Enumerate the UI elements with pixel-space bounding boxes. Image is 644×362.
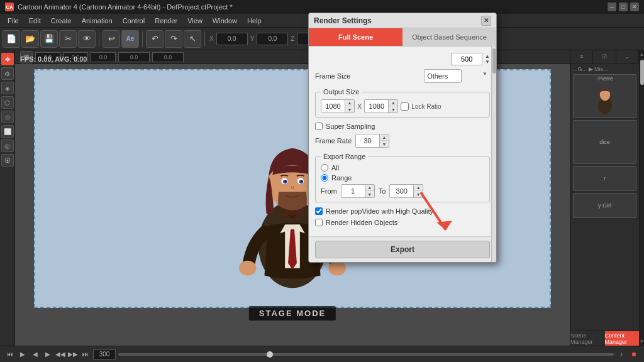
titlebar-close-btn[interactable]: ✕ [630,3,639,11]
menu-edit[interactable]: Edit [24,16,46,26]
right-tab-1[interactable]: ≡ [570,50,593,63]
frame-down-btn[interactable]: ▼ [485,59,490,65]
canvas-h-input[interactable] [152,52,184,62]
tab-object-based[interactable]: Object Based Sequence [402,28,496,46]
super-sampling-checkbox[interactable] [315,123,323,130]
frame-rate-spinbox-btns: ▲ ▼ [380,134,389,147]
scroll-down-btn[interactable]: ▼ [640,339,644,344]
height-down-btn[interactable]: ▼ [389,106,397,112]
timeline-slider[interactable] [118,353,614,356]
undo-import-btn[interactable]: ↩ [103,30,120,48]
sidebar-btn-bones[interactable]: ◈ [1,82,14,94]
timeline-prev-frame[interactable]: ◀ [30,349,40,359]
from-input[interactable] [341,185,365,197]
menu-create[interactable]: Create [46,16,77,26]
tab-full-scene[interactable]: Full Scene [309,28,402,46]
menu-animation[interactable]: Animation [77,16,118,26]
menu-help[interactable]: Help [242,16,267,26]
sidebar-btn-dot[interactable]: ⦿ [1,154,14,167]
cut-btn[interactable]: ✂ [59,30,77,48]
range-radio[interactable] [321,174,328,182]
to-input[interactable] [390,185,414,197]
maximize-btn[interactable]: □ [619,3,628,11]
timeline-play[interactable]: ▶ [18,349,28,359]
undo-btn[interactable]: ↶ [146,30,164,48]
frame-rate-up-btn[interactable]: ▲ [380,134,389,141]
save-btn[interactable]: 💾 [40,30,58,48]
panel-item-pierre[interactable]: -Pierre [573,74,636,118]
render-hidden-checkbox[interactable] [315,219,323,226]
sidebar-btn-circle[interactable]: ⊙ [1,111,14,123]
render-popvideo-label: Render popVideo with High Quality [326,207,433,215]
export-button[interactable]: Export [315,241,490,258]
ae-btn[interactable]: Ae [121,30,139,48]
all-radio[interactable] [321,164,328,172]
select-btn[interactable]: ↖ [184,30,201,48]
scene-manager-tab[interactable]: Scene Manager [570,331,605,346]
render-popvideo-checkbox[interactable] [315,207,323,215]
timeline-next-frame[interactable]: ▶ [43,349,53,359]
frame-up-btn[interactable]: ▲ [485,53,490,59]
from-up-btn[interactable]: ▲ [365,185,374,191]
right-tab-expand[interactable]: ⌄ [616,50,639,63]
canvas-w-input[interactable] [118,52,150,62]
sidebar-btn-move[interactable]: ✥ [1,53,14,65]
from-down-btn[interactable]: ▼ [365,191,374,197]
sidebar-btn-mesh[interactable]: ⬡ [1,96,14,109]
panel-item-label-dice: dice [599,139,610,145]
timeline-record[interactable]: ⏺ [629,349,639,359]
top-frame-spinbox-btns[interactable]: ▲ ▼ [485,53,490,65]
svg-point-8 [301,180,303,182]
menu-window[interactable]: Window [208,16,242,26]
sidebar-btn-settings[interactable]: ⚙ [1,67,14,80]
height-input[interactable] [365,100,389,112]
timeline-prev-key[interactable]: ◀◀ [55,349,65,359]
sidebar-btn-rect[interactable]: ⬜ [1,125,14,138]
menu-file[interactable]: File [3,16,24,26]
top-frame-input[interactable] [451,53,482,65]
timeline-end[interactable]: ⏭ [80,349,91,359]
width-down-btn[interactable]: ▼ [345,106,354,112]
height-up-btn[interactable]: ▲ [389,100,397,106]
width-input[interactable] [321,100,345,112]
sidebar-btn-target[interactable]: ◎ [1,140,14,152]
to-up-btn[interactable]: ▲ [414,185,423,191]
right-tab-2[interactable]: ☑ [593,50,616,63]
lock-ratio-checkbox[interactable] [401,102,409,111]
frame-rate-row: Frame Rate ▲ ▼ [315,134,490,148]
range-inputs: From ▲ ▼ To ▲ ▼ [321,184,484,198]
redo-btn[interactable]: ↷ [165,30,182,48]
new-btn[interactable]: 📄 [3,30,20,48]
panel-item-label-r: r [604,175,606,182]
menu-control[interactable]: Control [118,16,150,26]
menu-render[interactable]: Render [150,16,182,26]
timeline-handle[interactable] [267,351,273,358]
eye-btn[interactable]: 👁 [78,30,96,48]
timeline-frame-input[interactable] [93,349,116,359]
timeline-next-key[interactable]: ▶▶ [68,349,78,359]
frame-rate-down-btn[interactable]: ▼ [380,141,389,147]
timeline-back-start[interactable]: ⏮ [5,349,15,359]
to-down-btn[interactable]: ▼ [414,191,423,197]
canvas-z-input[interactable] [91,52,116,62]
minimize-btn[interactable]: ─ [608,3,616,11]
panel-item-r[interactable]: r [573,166,636,191]
width-up-btn[interactable]: ▲ [345,100,354,106]
open-btn[interactable]: 📂 [21,30,39,48]
x-input[interactable] [216,33,248,45]
frame-rate-input[interactable] [356,134,380,147]
scroll-up-btn[interactable]: ▲ [640,52,644,57]
timeline-audio[interactable]: ♪ [616,349,626,359]
dialog-title-bar: Render Settings ✕ [309,13,496,28]
content-manager-tab[interactable]: Content Manager [605,331,640,346]
menu-view[interactable]: View [182,16,208,26]
frame-size-select[interactable]: Others [424,69,462,83]
dialog-close-btn[interactable]: ✕ [481,16,491,26]
svg-point-10 [328,261,346,276]
panel-item-girl[interactable]: y Girl [573,193,636,218]
dialog-scrollbar[interactable] [491,46,496,262]
right-panel-container: ≡ ☑ ⌄ ...G... ▶ Mis... -Pierre [570,50,644,346]
y-input[interactable] [257,33,288,45]
panel-item-dice[interactable]: dice [573,120,636,164]
x-label: X [208,35,215,42]
